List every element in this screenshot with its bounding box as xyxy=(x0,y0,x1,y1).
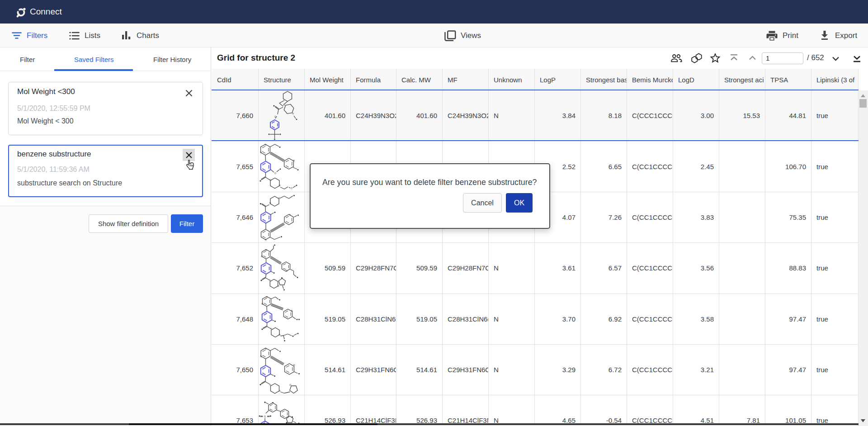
svg-text:N: N xyxy=(278,196,280,199)
svg-text:N: N xyxy=(289,213,291,216)
svg-text:N: N xyxy=(269,202,271,204)
svg-text:N: N xyxy=(293,364,295,366)
svg-text:N: N xyxy=(264,143,266,146)
svg-text:N: N xyxy=(261,303,263,305)
svg-text:N: N xyxy=(265,238,267,241)
svg-text:N: N xyxy=(293,159,295,162)
svg-text:N: N xyxy=(269,279,271,282)
svg-text:N: N xyxy=(265,347,267,350)
svg-text:S: S xyxy=(264,415,266,418)
svg-text:N: N xyxy=(260,151,262,154)
svg-text:N: N xyxy=(291,309,293,312)
svg-text:N: N xyxy=(269,179,271,181)
svg-text:N: N xyxy=(279,333,281,336)
svg-text:O: O xyxy=(291,187,292,189)
svg-text:N: N xyxy=(266,295,268,298)
svg-text:N: N xyxy=(270,327,272,330)
svg-text:N: N xyxy=(260,355,262,358)
svg-text:O: O xyxy=(289,383,291,386)
svg-text:N: N xyxy=(292,112,294,115)
svg-text:N: N xyxy=(265,249,267,251)
svg-text:N: N xyxy=(279,389,281,392)
svg-text:O: O xyxy=(274,172,276,175)
svg-text:N: N xyxy=(278,284,279,287)
svg-text:N: N xyxy=(269,383,271,386)
svg-text:N: N xyxy=(261,255,263,258)
svg-text:N: N xyxy=(279,184,281,187)
svg-text:N: N xyxy=(286,270,288,272)
